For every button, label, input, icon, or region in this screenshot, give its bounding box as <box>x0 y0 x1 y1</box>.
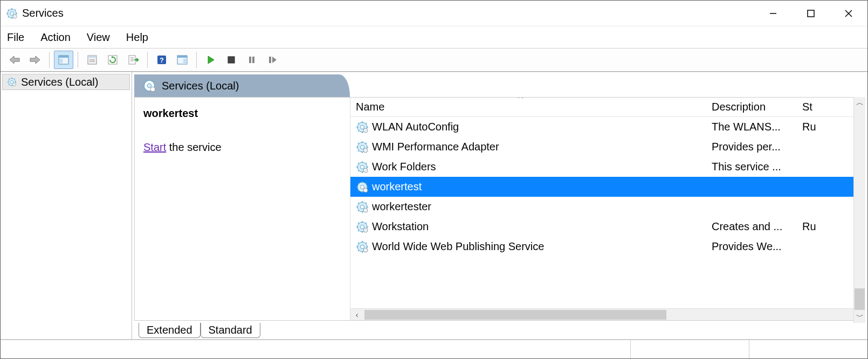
service-icon <box>356 240 369 253</box>
service-description: Creates and ... <box>712 220 802 233</box>
tab-extended[interactable]: Extended <box>139 323 201 338</box>
service-status: Ru <box>802 220 824 233</box>
service-icon <box>356 181 369 194</box>
service-row[interactable]: WMI Performance AdapterProvides per... <box>350 137 865 157</box>
svg-rect-15 <box>808 10 814 17</box>
properties-button[interactable] <box>82 51 102 69</box>
menu-file[interactable]: File <box>7 31 24 44</box>
start-service-link[interactable]: Start <box>143 141 166 153</box>
svg-rect-38 <box>249 57 251 63</box>
svg-text:?: ? <box>160 56 164 64</box>
service-row[interactable]: Work FoldersThis service ... <box>350 157 865 177</box>
services-app-icon <box>6 8 18 19</box>
column-description[interactable]: Description <box>712 101 802 113</box>
toolbar: ? <box>1 48 867 72</box>
pause-icon <box>247 55 257 65</box>
svg-marker-36 <box>208 56 214 64</box>
scroll-left-icon[interactable]: ‹ <box>350 310 363 319</box>
svg-rect-22 <box>88 56 97 58</box>
maximize-button[interactable] <box>792 1 830 26</box>
menu-help[interactable]: Help <box>126 31 148 44</box>
back-button[interactable] <box>5 51 24 69</box>
scroll-thumb[interactable] <box>364 310 666 320</box>
service-icon <box>356 121 369 134</box>
titlebar: Services <box>1 1 867 26</box>
maximize-icon <box>807 9 815 18</box>
service-name: WLAN AutoConfig <box>372 121 459 133</box>
service-name: Work Folders <box>372 161 436 173</box>
svg-rect-40 <box>269 57 271 63</box>
panel-tree-icon <box>58 54 70 66</box>
minimize-icon <box>768 9 778 18</box>
toolbar-separator <box>49 52 50 68</box>
menubar: File Action View Help <box>1 26 867 48</box>
refresh-button[interactable] <box>103 51 122 69</box>
service-icon <box>356 141 369 154</box>
column-status[interactable]: St <box>802 101 824 113</box>
view-tabs: Extended Standard <box>132 321 867 338</box>
tab-standard[interactable]: Standard <box>201 323 260 338</box>
help-button[interactable]: ? <box>152 51 171 69</box>
scroll-track[interactable] <box>854 109 865 311</box>
service-description: Provides per... <box>712 141 802 153</box>
services-list: Name ︿ Description St WLAN AutoConfigThe… <box>350 98 865 320</box>
export-list-button[interactable] <box>123 51 143 69</box>
service-row[interactable]: World Wide Web Publishing ServiceProvide… <box>350 237 865 257</box>
properties-icon <box>86 54 98 66</box>
menu-view[interactable]: View <box>87 31 110 44</box>
column-headers: Name ︿ Description St <box>350 98 865 117</box>
service-name: World Wide Web Publishing Service <box>372 240 544 253</box>
svg-rect-34 <box>177 56 187 58</box>
service-row[interactable]: workertest <box>350 177 865 197</box>
console-tree: Services (Local) <box>1 72 132 339</box>
services-window: Services File Action View Help <box>0 0 868 359</box>
show-hide-action-pane-button[interactable] <box>173 51 192 69</box>
service-row[interactable]: WorkstationCreates and ...Ru <box>350 217 865 237</box>
arrow-left-icon <box>9 54 20 65</box>
forward-button[interactable] <box>25 51 45 69</box>
scroll-down-icon[interactable]: ﹀ <box>856 311 864 323</box>
tree-root-label: Services (Local) <box>21 76 98 88</box>
restart-service-button[interactable] <box>263 51 282 69</box>
start-service-button[interactable] <box>201 51 221 69</box>
toolbar-separator <box>147 52 148 68</box>
vertical-scrollbar[interactable]: ︿ ﹀ <box>853 97 865 323</box>
service-row[interactable]: WLAN AutoConfigThe WLANS...Ru <box>350 117 865 137</box>
export-icon <box>127 54 139 66</box>
menu-action[interactable]: Action <box>40 31 71 44</box>
window-title: Services <box>22 7 64 19</box>
svg-rect-20 <box>60 59 63 63</box>
svg-rect-19 <box>59 56 68 58</box>
selected-service-name: workertest <box>143 107 341 120</box>
service-name: WMI Performance Adapter <box>372 141 499 153</box>
svg-rect-37 <box>228 57 235 63</box>
panel-header: Services (Local) <box>134 74 350 97</box>
horizontal-scrollbar[interactable]: ‹ › <box>350 308 865 320</box>
stop-icon <box>226 55 236 65</box>
panel-content: workertest Start the service Name ︿ Desc… <box>134 97 865 321</box>
sort-indicator-icon: ︿ <box>518 97 524 101</box>
show-hide-tree-button[interactable] <box>54 51 73 69</box>
body: Services (Local) Services (Local) worker… <box>1 72 867 339</box>
close-icon <box>844 9 853 18</box>
help-icon: ? <box>156 54 168 66</box>
scroll-up-icon[interactable]: ︿ <box>856 97 864 109</box>
service-name: workertester <box>372 201 431 213</box>
minimize-button[interactable] <box>754 1 792 26</box>
pause-service-button[interactable] <box>242 51 261 69</box>
service-icon <box>356 220 369 233</box>
services-tree-icon <box>7 77 17 87</box>
refresh-icon <box>107 54 119 66</box>
column-name[interactable]: Name ︿ <box>356 101 712 113</box>
svg-marker-41 <box>272 57 277 63</box>
tree-root-services-local[interactable]: Services (Local) <box>2 74 130 90</box>
service-icon <box>356 161 369 174</box>
service-description: This service ... <box>712 161 802 173</box>
status-cell <box>749 340 867 358</box>
toolbar-separator <box>78 52 78 68</box>
scroll-thumb[interactable] <box>855 288 865 310</box>
service-row[interactable]: workertester <box>350 197 865 217</box>
close-button[interactable] <box>830 1 867 26</box>
stop-service-button[interactable] <box>222 51 241 69</box>
arrow-right-icon <box>29 54 41 65</box>
